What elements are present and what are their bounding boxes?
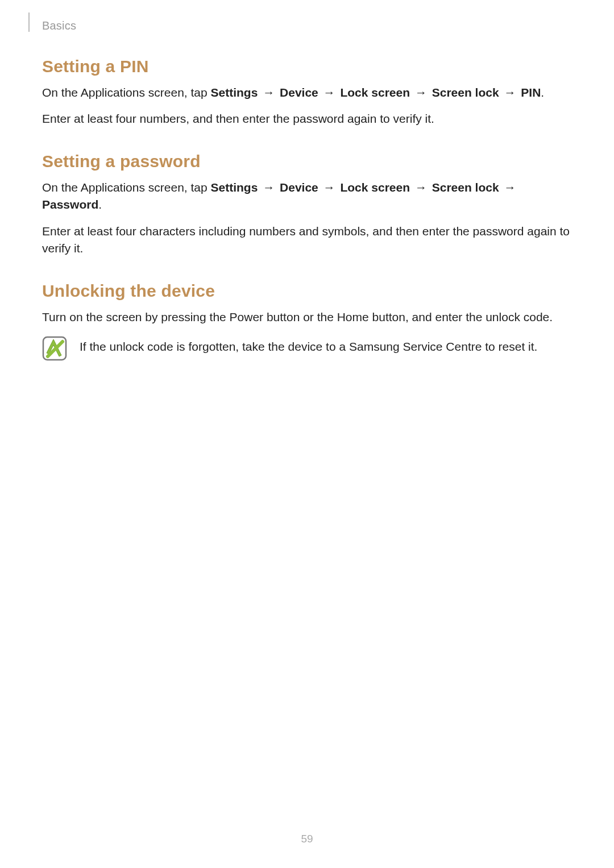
header-rule [28, 13, 30, 32]
text-lead: On the Applications screen, tap [42, 181, 211, 194]
path-item: Screen lock [432, 181, 499, 194]
arrow-icon: → [413, 181, 429, 194]
heading-setting-pin: Setting a PIN [42, 57, 572, 76]
paragraph-password-path: On the Applications screen, tap Settings… [42, 179, 572, 214]
path-item: PIN [521, 86, 541, 99]
path-item: Device [280, 181, 318, 194]
paragraph-unlock-instruction: Turn on the screen by pressing the Power… [42, 309, 572, 326]
text-tail: . [98, 198, 102, 211]
text-lead: On the Applications screen, tap [42, 86, 211, 99]
arrow-icon: → [502, 181, 517, 194]
path-item: Lock screen [340, 86, 410, 99]
paragraph-pin-instruction: Enter at least four numbers, and then en… [42, 110, 572, 127]
arrow-icon: → [413, 86, 429, 99]
arrow-icon: → [261, 86, 276, 99]
paragraph-pin-path: On the Applications screen, tap Settings… [42, 84, 572, 101]
manual-page: Basics Setting a PIN On the Applications… [0, 0, 614, 868]
path-item: Settings [211, 86, 258, 99]
section-label: Basics [42, 19, 76, 32]
path-item: Password [42, 198, 98, 211]
arrow-icon: → [322, 181, 337, 194]
heading-setting-password: Setting a password [42, 152, 572, 171]
arrow-icon: → [261, 181, 276, 194]
paragraph-password-instruction: Enter at least four characters including… [42, 223, 572, 258]
path-item: Lock screen [340, 181, 410, 194]
note-row: If the unlock code is forgotten, take th… [42, 335, 572, 363]
path-item: Device [280, 86, 318, 99]
note-text: If the unlock code is forgotten, take th… [80, 335, 537, 355]
arrow-icon: → [322, 86, 337, 99]
arrow-icon: → [502, 86, 517, 99]
note-icon [42, 336, 67, 363]
path-item: Settings [211, 181, 258, 194]
path-item: Screen lock [432, 86, 499, 99]
heading-unlocking: Unlocking the device [42, 281, 572, 301]
page-number: 59 [0, 833, 614, 845]
text-tail: . [541, 86, 544, 99]
page-content: Setting a PIN On the Applications screen… [42, 57, 572, 363]
